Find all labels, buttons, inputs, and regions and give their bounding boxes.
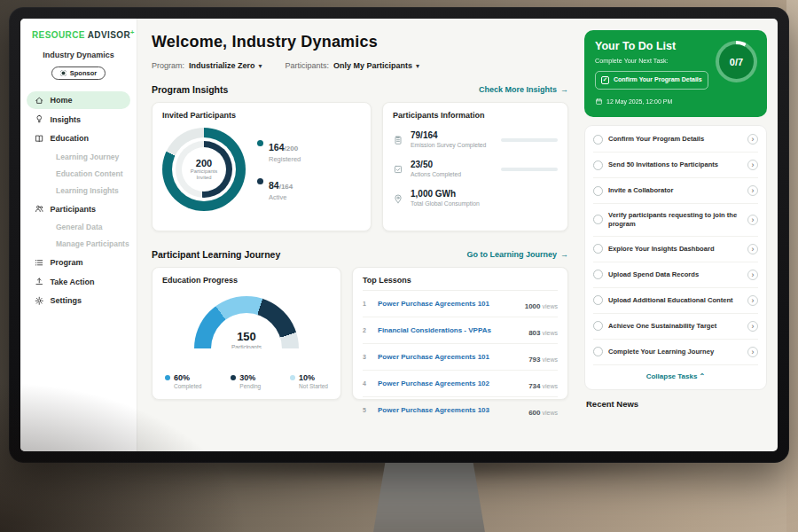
program-filter[interactable]: Program: Industrialize Zero ▾ <box>152 61 262 70</box>
task-row[interactable]: Achieve One Sustainability Target › <box>593 314 758 340</box>
participants-filter[interactable]: Participants: Only My Participants ▾ <box>286 61 420 70</box>
task-checkbox[interactable] <box>593 160 603 170</box>
lesson-views: 1000views <box>525 296 558 312</box>
chevron-right-icon[interactable]: › <box>747 185 758 196</box>
sidebar-item-home[interactable]: Home <box>27 91 130 109</box>
info-label: Emission Survey Completed <box>411 142 494 149</box>
lesson-link[interactable]: Financial Considerations - VPPAs <box>378 326 522 334</box>
checkbox-icon[interactable]: ✓ <box>601 76 609 84</box>
task-row[interactable]: Complete Your Learning Journey › <box>593 340 758 365</box>
legend-label: Active <box>269 193 293 201</box>
sidebar-item-program[interactable]: Program <box>27 254 130 271</box>
next-task-row[interactable]: ✓ Confirm Your Program Details <box>595 71 708 90</box>
main-content: Welcome, Industry Dynamics Program: Indu… <box>137 19 579 451</box>
lesson-row: 4 Power Purchase Agreements 102 734views <box>363 371 558 397</box>
task-label: Send 50 Invitations to Participants <box>608 160 742 169</box>
sidebar-item-take-action[interactable]: Take Action <box>27 273 130 291</box>
lesson-link[interactable]: Power Purchase Agreements 102 <box>378 379 522 387</box>
sidebar-item-general-data[interactable]: General Data <box>27 219 130 235</box>
task-label: Verify participants requesting to join t… <box>608 211 742 229</box>
lesson-link[interactable]: Power Purchase Agreements 103 <box>378 406 522 414</box>
progress-bar <box>501 138 558 142</box>
sidebar-item-education-content[interactable]: Education Content <box>27 166 130 182</box>
card-title: Education Progress <box>162 276 331 285</box>
invited-participants-card: Invited Participants 200 Participants In… <box>152 102 372 231</box>
lesson-link[interactable]: Power Purchase Agreements 101 <box>378 300 519 308</box>
task-row[interactable]: Explore Your Insights Dashboard › <box>593 237 758 262</box>
donut-center: 200 Participants Invited <box>182 147 226 192</box>
task-row[interactable]: Verify participants requesting to join t… <box>593 204 758 237</box>
sidebar-item-participants[interactable]: Participants <box>27 200 130 218</box>
gauge-center-value: 150 <box>194 330 299 343</box>
task-label: Upload Spend Data Records <box>608 270 742 279</box>
check-more-insights-link[interactable]: Check More Insights → <box>479 85 568 94</box>
go-to-learning-journey-link[interactable]: Go to Learning Journey → <box>466 250 568 259</box>
sidebar-item-label: Program <box>51 258 83 267</box>
filter-bar: Program: Industrialize Zero ▾ Participan… <box>152 61 568 70</box>
next-task-label: Confirm Your Program Details <box>614 76 702 83</box>
arrow-right-icon: → <box>560 250 568 259</box>
lesson-rank: 5 <box>363 407 372 413</box>
upload-icon <box>35 277 44 286</box>
task-checkbox[interactable] <box>593 215 603 224</box>
participants-information-card: Participants Information 79/164 Emission… <box>382 102 568 231</box>
gear-icon <box>35 296 44 306</box>
legend-item-completed: 60% Completed <box>165 373 201 389</box>
due-date-row: 12 May 2025, 12:00 PM <box>595 98 756 106</box>
info-value: 23/50 <box>411 160 494 169</box>
task-checkbox[interactable] <box>593 244 603 254</box>
task-checkbox[interactable] <box>593 321 603 331</box>
sidebar-nav: Home Insights Education Learning Journey… <box>20 91 137 309</box>
legend-item-registered: 164/200 Registered <box>257 138 301 163</box>
card-title: Invited Participants <box>162 111 361 120</box>
sidebar-item-label: Settings <box>51 296 82 305</box>
chevron-right-icon[interactable]: › <box>747 347 758 357</box>
sidebar-item-insights[interactable]: Insights <box>27 111 130 129</box>
chevron-right-icon[interactable]: › <box>747 134 758 145</box>
sidebar-item-settings[interactable]: Settings <box>27 292 130 309</box>
invited-donut-chart: 200 Participants Invited <box>162 128 246 211</box>
info-value: 79/164 <box>411 130 494 140</box>
program-filter-value: Industrialize Zero <box>189 61 255 70</box>
badge-wrap: Sponsor <box>20 64 137 80</box>
info-row-emission-survey: 79/164 Emission Survey Completed <box>393 130 558 149</box>
task-checkbox[interactable] <box>593 295 603 305</box>
legend-dot-icon <box>257 178 263 184</box>
task-label: Explore Your Insights Dashboard <box>608 245 742 254</box>
sponsor-badge[interactable]: Sponsor <box>51 66 106 80</box>
sidebar-item-learning-journey[interactable]: Learning Journey <box>27 149 130 165</box>
task-checkbox[interactable] <box>593 270 603 279</box>
program-filter-label: Program: <box>152 61 184 70</box>
task-checkbox[interactable] <box>593 135 603 145</box>
participants-filter-value: Only My Participants <box>333 61 412 70</box>
lesson-rank: 3 <box>363 354 372 360</box>
chevron-right-icon[interactable]: › <box>747 244 758 254</box>
chevron-right-icon[interactable]: › <box>747 295 758 306</box>
task-row[interactable]: Upload Additional Educational Content › <box>593 288 758 314</box>
legend-dot-icon <box>231 375 236 380</box>
sidebar-item-manage-participants[interactable]: Manage Participants <box>27 236 130 252</box>
task-checkbox[interactable] <box>593 186 603 196</box>
task-checkbox[interactable] <box>593 347 603 356</box>
chevron-right-icon[interactable]: › <box>747 270 758 280</box>
dashboard-screen: RESOURCE ADVISOR+ Industry Dynamics Spon… <box>20 19 778 451</box>
legend-total: /164 <box>279 183 293 191</box>
chevron-right-icon[interactable]: › <box>747 215 758 225</box>
card-title: Participants Information <box>393 111 558 120</box>
lesson-link[interactable]: Power Purchase Agreements 101 <box>378 353 522 361</box>
list-icon <box>35 258 44 268</box>
task-row[interactable]: Invite a Collaborator › <box>593 178 758 204</box>
sidebar-item-learning-insights[interactable]: Learning Insights <box>27 183 130 199</box>
info-row-actions: 23/50 Actions Completed <box>393 160 558 178</box>
arrow-right-icon: → <box>560 85 568 94</box>
sidebar-item-education[interactable]: Education <box>27 129 130 147</box>
chevron-right-icon[interactable]: › <box>747 160 758 170</box>
people-icon <box>35 204 44 214</box>
task-row[interactable]: Upload Spend Data Records › <box>593 262 758 288</box>
chevron-right-icon[interactable]: › <box>747 321 758 332</box>
collapse-tasks-link[interactable]: Collapse Tasks ⌃ <box>593 365 758 388</box>
task-row[interactable]: Confirm Your Program Details › <box>593 127 758 153</box>
sidebar-item-label: Home <box>51 96 73 105</box>
link-label: Check More Insights <box>479 85 557 94</box>
task-row[interactable]: Send 50 Invitations to Participants › <box>593 153 758 178</box>
